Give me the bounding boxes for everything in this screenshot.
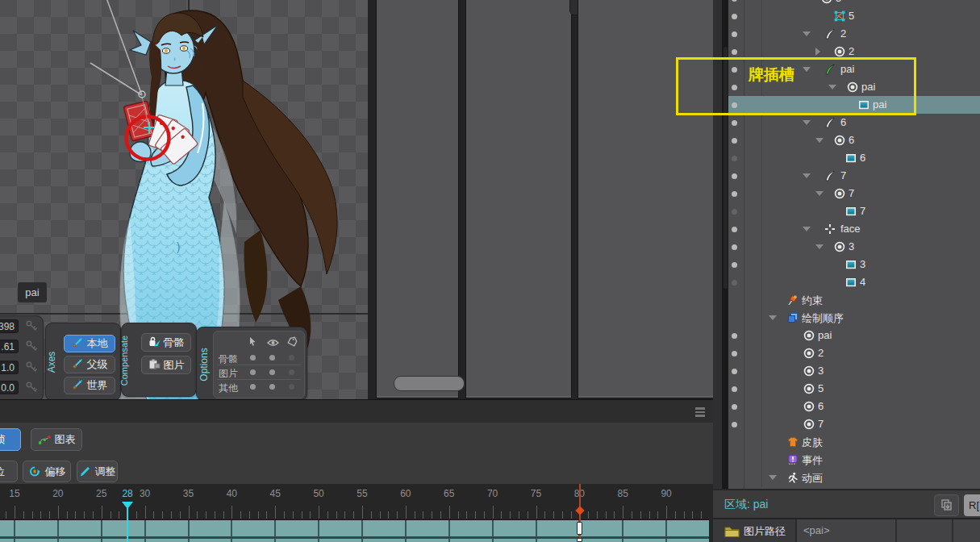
toolbar-button-复位[interactable]: 复位 [0,461,18,482]
toolbar-button-调整[interactable]: 调整 [77,461,118,482]
axes-button-3[interactable]: 世界 [64,377,115,394]
tree-row-pai[interactable]: pai [728,327,980,344]
expander-icon[interactable] [803,227,811,231]
tree-row-pai[interactable]: pai [728,60,980,78]
rename-button[interactable]: R[ [964,494,980,516]
image-path-value[interactable]: <pai> [803,524,830,536]
visibility-dot[interactable] [732,173,737,179]
tree-row-动画[interactable]: 动画 [728,469,980,486]
dopesheet-grid[interactable] [0,519,709,542]
tree-row-3[interactable]: 3 [728,362,980,380]
visibility-dot[interactable] [732,333,737,339]
copy-down-button[interactable] [934,494,959,516]
tree-row-2[interactable]: 2 [728,344,980,362]
expander-icon[interactable] [828,85,836,90]
options-radio-dot[interactable] [250,384,256,390]
tree-row-6[interactable]: 6 [728,114,980,131]
playhead-line[interactable] [127,508,128,542]
options-radio-dot[interactable] [289,384,294,390]
keyframe-key-button[interactable] [22,360,41,374]
options-radio-dot[interactable] [269,355,275,361]
expander-icon[interactable] [803,67,811,72]
visibility-dot[interactable] [732,49,737,55]
tree-scrollbar-handle[interactable] [724,47,728,289]
visibility-dot[interactable] [732,138,737,144]
expander-icon[interactable] [815,244,824,249]
keyframe-marker[interactable] [577,538,582,542]
expander-icon[interactable] [803,173,811,178]
keyframe-key-button[interactable] [22,380,41,394]
tree-row-3[interactable]: 3 [728,238,980,256]
toolbar-button-键帧[interactable]: 键帧 [0,428,21,451]
tree-row-5[interactable]: 5 [728,0,980,7]
tree-row-约束[interactable]: 约束 [728,291,980,309]
tree-row-pai[interactable]: pai [728,78,980,96]
expander-icon[interactable] [815,138,824,143]
expander-icon[interactable] [815,191,824,196]
tree-row-7[interactable]: 7 [728,415,980,433]
horizontal-scrollbar[interactable] [394,376,465,391]
visibility-dot[interactable] [732,102,737,108]
visibility-dot[interactable] [732,227,737,232]
visibility-dot[interactable] [732,404,737,410]
visibility-dot[interactable] [732,209,737,215]
axes-button-2[interactable]: 父级 [64,356,115,373]
compensate-button-2[interactable]: 图片 [141,356,191,374]
tree-row-6[interactable]: 6 [728,149,980,167]
keyframe-key-button[interactable] [22,339,41,353]
visibility-dot[interactable] [732,386,737,392]
tree-row-5[interactable]: 5 [728,7,980,25]
tree-row-pai[interactable]: pai [728,96,980,114]
tree-row-face[interactable]: face [728,220,980,238]
options-radio-dot[interactable] [250,355,256,361]
options-radio-dot[interactable] [269,369,275,375]
expander-icon[interactable] [815,48,820,56]
visibility-dot[interactable] [732,262,737,268]
keyframe-marker[interactable] [577,522,582,535]
expander-icon[interactable] [769,475,777,480]
transform-value-field[interactable]: 1.0 [0,361,19,374]
visibility-dot[interactable] [732,369,737,374]
timeline-ruler[interactable]: 1520253035404550556065707580859028 [0,484,713,519]
visibility-dot[interactable] [732,120,737,126]
playhead[interactable] [122,502,133,509]
visibility-dot[interactable] [732,67,737,73]
options-radio-dot[interactable] [250,369,256,375]
visibility-dot[interactable] [732,280,737,286]
tree-row-6[interactable]: 6 [728,131,980,149]
transform-value-field[interactable]: .61 [0,340,19,353]
viewport-canvas[interactable]: pai 398.611.00.0 Axes 本地父级世界 Compensate … [0,0,368,399]
tree-row-6[interactable]: 6 [728,398,980,415]
visibility-dot[interactable] [732,0,737,2]
visibility-dot[interactable] [732,244,737,250]
axes-button-1[interactable]: 本地 [64,335,115,352]
toolbar-button-图表[interactable]: 图表 [31,428,82,451]
tree-row-事件[interactable]: 事件 [728,451,980,469]
tree-row-7[interactable]: 7 [728,167,980,185]
options-radio-dot[interactable] [269,384,275,390]
expander-icon[interactable] [769,315,777,320]
options-radio-dot[interactable] [289,355,294,361]
toolbar-button-偏移[interactable]: 偏移 [23,461,71,482]
tree-row-7[interactable]: 7 [728,185,980,202]
visibility-dot[interactable] [732,14,737,19]
visibility-dot[interactable] [732,191,737,197]
tree-row-4[interactable]: 4 [728,273,980,291]
tree-row-绘制顺序[interactable]: 绘制顺序 [728,309,980,327]
options-radio-dot[interactable] [289,369,294,375]
tree-row-2[interactable]: 2 [728,43,980,60]
tree-row-2[interactable]: 2 [728,25,980,43]
expander-icon[interactable] [803,31,811,36]
tree-row-7[interactable]: 7 [728,202,980,220]
tree-row-皮肤[interactable]: 皮肤 [728,433,980,451]
compensate-button-1[interactable]: 骨骼 [141,333,191,352]
expander-icon[interactable] [803,120,811,125]
visibility-dot[interactable] [732,31,737,37]
visibility-dot[interactable] [732,351,737,356]
transform-value-field[interactable]: 0.0 [0,381,19,394]
visibility-dot[interactable] [732,422,737,427]
tree-row-3[interactable]: 3 [728,256,980,273]
keyframe-key-button[interactable] [22,319,41,333]
visibility-dot[interactable] [732,156,737,161]
transform-value-field[interactable]: 398 [0,319,19,333]
